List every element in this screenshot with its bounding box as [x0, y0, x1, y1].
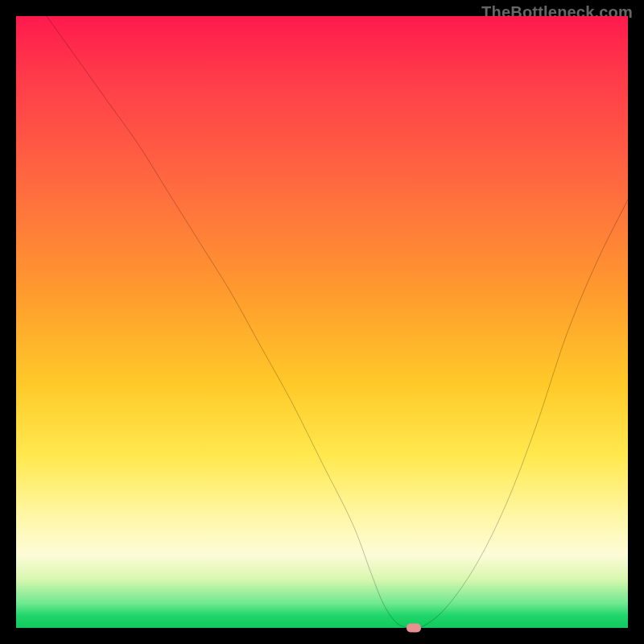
chart-frame: TheBottleneck.com: [0, 0, 644, 644]
bottleneck-curve-path: [47, 16, 628, 628]
curve-svg: [16, 16, 628, 628]
optimal-point-marker: [407, 624, 421, 633]
plot-area: [16, 16, 628, 628]
